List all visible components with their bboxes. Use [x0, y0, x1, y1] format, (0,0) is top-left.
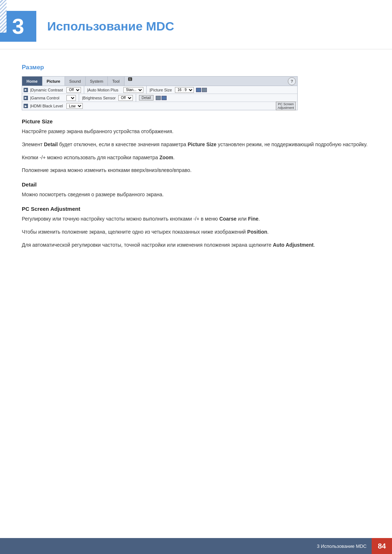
tab-sound[interactable]: Sound	[65, 77, 86, 86]
row-label-brightness: |Brightness Sensor	[82, 96, 118, 100]
help-button[interactable]: ?	[288, 77, 296, 85]
page-number: 84	[372, 538, 392, 554]
mini-icon-2	[202, 88, 207, 92]
body-text-pc-2: Чтобы изменить положение экрана, щелкнит…	[22, 228, 370, 237]
subheading-picture-size: Picture Size	[22, 118, 370, 124]
row-label-gamma: |Gamma Control	[30, 96, 66, 100]
mdc-tabs-bar: Home Picture Sound System Tool 1 ?	[22, 77, 297, 86]
page-footer: 3 Использование MDC 84	[0, 538, 392, 554]
row-expand-arrow2[interactable]: ▶	[24, 96, 28, 100]
subheading-pc-screen: PC Screen Adjustment	[22, 206, 370, 212]
select-low[interactable]: Low	[66, 103, 83, 109]
body-text-picture-size-3: Кнопки -/+ можно использовать для настро…	[22, 153, 370, 162]
chapter-number: 3	[12, 14, 24, 39]
tab-picture[interactable]: Picture	[42, 77, 65, 86]
section-heading: Размер	[22, 64, 370, 71]
select-off2[interactable]: Off	[118, 95, 133, 101]
body-text-picture-size-2: Элемент Detail будет отключен, если в ка…	[22, 140, 370, 149]
row-expand-arrow[interactable]: ▶	[24, 88, 28, 92]
table-row: ▶ |HDMI Black Level Low PC ScreenAdjustm…	[22, 102, 297, 110]
row-label-dynamic-contrast: |Dynamic Contrast	[30, 88, 66, 92]
separator3	[79, 94, 79, 102]
mini-icon-4	[162, 96, 167, 100]
row-label-hdmi: |HDMI Black Level	[30, 104, 66, 108]
chapter-header: 3 Использование MDC	[0, 0, 392, 49]
footer-chapter-text: 3 Использование MDC	[317, 543, 372, 549]
badge-number: 1	[128, 77, 132, 81]
row-control-brightness: Off	[118, 95, 133, 101]
row-control-auto-motion: Stan...	[123, 87, 143, 93]
detail-button[interactable]: Detail	[139, 95, 154, 100]
select-gamma[interactable]	[66, 95, 76, 101]
chapter-title: Использование MDC	[47, 19, 174, 33]
row-control-hdmi: Low	[66, 103, 83, 109]
mdc-ui-mockup: Home Picture Sound System Tool 1 ? ▶ |Dy…	[22, 76, 298, 110]
main-content: Размер Home Picture Sound System Tool 1 …	[0, 49, 392, 275]
row-control-dynamic-contrast: Off	[66, 87, 81, 93]
body-text-picture-size-4: Положение экрана можно изменить кнопками…	[22, 166, 370, 175]
select-stan[interactable]: Stan...	[123, 87, 143, 93]
table-row: ▶ |Gamma Control |Brightness Sensor Off …	[22, 94, 297, 102]
body-text-picture-size-1: Настройте размер экрана выбранного устро…	[22, 127, 370, 136]
select-off[interactable]: Off	[66, 87, 81, 93]
separator4	[136, 94, 136, 102]
row-expand-arrow3[interactable]: ▶	[24, 104, 28, 108]
select-16-9[interactable]: 16 : 9	[175, 87, 194, 93]
tab-tool[interactable]: Tool	[108, 77, 124, 86]
body-text-pc-3: Для автоматической регулировки частоты, …	[22, 241, 370, 250]
table-row: ▶ |Dynamic Contrast Off |Auto Motion Plu…	[22, 86, 297, 94]
row-control-gamma	[66, 95, 76, 101]
pc-screen-button[interactable]: PC ScreenAdjustment	[276, 102, 296, 110]
mini-icon-1	[196, 88, 201, 92]
separator2	[146, 86, 147, 94]
subheading-detail: Detail	[22, 181, 370, 188]
stripe-decoration	[0, 0, 7, 33]
body-text-detail-1: Можно посмотреть сведения о размере выбр…	[22, 190, 370, 199]
tab-system[interactable]: System	[86, 77, 108, 86]
body-text-pc-1: Регулировку или точную настройку частоты…	[22, 215, 370, 223]
tab-home[interactable]: Home	[22, 77, 42, 86]
row-label-auto-motion: |Auto Motion Plus	[87, 88, 123, 92]
row-control-picture-size: 16 : 9	[175, 87, 194, 93]
row-label-picture-size: |Picture Size	[150, 88, 175, 92]
separator	[84, 86, 84, 94]
mini-icon-3	[156, 96, 161, 100]
